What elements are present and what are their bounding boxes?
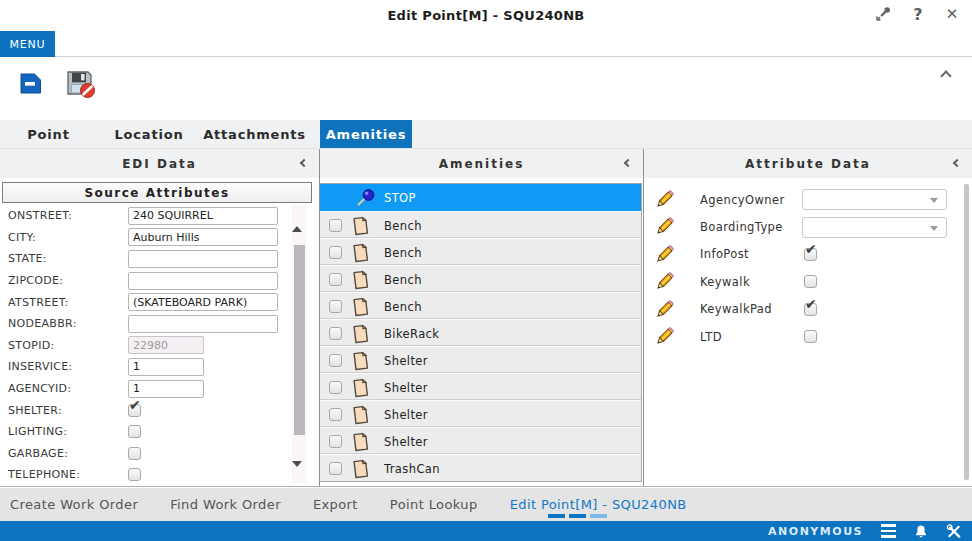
- amenity-checkbox[interactable]: [329, 219, 342, 232]
- field-checkbox-garbage[interactable]: [128, 447, 141, 460]
- indicator-dash: [569, 514, 586, 518]
- attribute-row-keywalk: Keywalk: [644, 268, 954, 295]
- scrollbar-thumb[interactable]: [294, 245, 305, 435]
- tab-attachments[interactable]: Attachments: [201, 120, 308, 148]
- list-item-bench[interactable]: Bench: [320, 238, 641, 265]
- amenity-checkbox[interactable]: [329, 381, 342, 394]
- toolbar: [0, 58, 972, 120]
- indicator-dash: [590, 514, 607, 518]
- bottom-nav-link[interactable]: Create Work Order: [10, 497, 138, 512]
- indicator-dash: [548, 514, 565, 518]
- pencil-icon[interactable]: [652, 243, 676, 271]
- panel-title: Amenities: [439, 157, 525, 171]
- field-checkbox-shelter[interactable]: ✔: [128, 404, 141, 417]
- field-input-atstreet[interactable]: [128, 293, 278, 311]
- form-row: INSERVICE:: [0, 356, 292, 378]
- field-input-inservice[interactable]: [128, 358, 204, 376]
- amenity-label: Shelter: [384, 435, 428, 449]
- list-item-shelter[interactable]: Shelter: [320, 346, 641, 373]
- scroll-down-icon[interactable]: [292, 467, 307, 481]
- amenity-label: Bench: [384, 300, 422, 314]
- pencil-icon[interactable]: [652, 215, 676, 243]
- tab-location[interactable]: Location: [97, 120, 201, 148]
- scrollbar-thumb[interactable]: [964, 184, 969, 480]
- attribute-checkbox-keywalk[interactable]: [804, 275, 817, 288]
- help-icon[interactable]: ?: [908, 4, 928, 24]
- attribute-label: BoardingType: [700, 220, 783, 234]
- form-row: ONSTREET:: [0, 205, 292, 227]
- chevron-left-icon[interactable]: [622, 158, 634, 170]
- field-input-nodeabbr[interactable]: [128, 315, 278, 333]
- pencil-icon[interactable]: [652, 325, 676, 353]
- field-input-zipcode[interactable]: [128, 272, 278, 290]
- attribute-row-boardingtype: BoardingType: [644, 213, 954, 240]
- pushpin-icon: [354, 188, 376, 212]
- pencil-icon[interactable]: [652, 270, 676, 298]
- list-item-shelter[interactable]: Shelter: [320, 427, 641, 454]
- amenity-checkbox[interactable]: [329, 273, 342, 286]
- save-icon[interactable]: [18, 72, 43, 99]
- list-item-bench[interactable]: Bench: [320, 265, 641, 292]
- field-input-city[interactable]: [128, 228, 278, 246]
- amenity-checkbox[interactable]: [329, 246, 342, 259]
- field-input-onstreet[interactable]: [128, 207, 278, 225]
- tab-amenities[interactable]: Amenities: [320, 120, 412, 148]
- dropdown-agencyowner[interactable]: [802, 189, 947, 210]
- list-item-trashcan[interactable]: TrashCan: [320, 454, 641, 481]
- pin-popout-icon[interactable]: [874, 4, 894, 24]
- menu-button[interactable]: MENU: [0, 31, 55, 57]
- scroll-up-icon[interactable]: [292, 207, 307, 221]
- field-input-agencyid[interactable]: [128, 380, 204, 398]
- pencil-icon[interactable]: [652, 298, 676, 326]
- amenity-checkbox[interactable]: [329, 408, 342, 421]
- attribute-checkbox-keywalkpad[interactable]: ✔: [804, 303, 817, 316]
- field-checkbox-lighting[interactable]: [128, 425, 141, 438]
- list-item-bench[interactable]: Bench: [320, 292, 641, 319]
- amenity-label: Bench: [384, 246, 422, 260]
- tab-point[interactable]: Point: [0, 120, 97, 148]
- field-input-stopid[interactable]: [128, 336, 204, 354]
- list-item-stop[interactable]: STOP: [320, 184, 641, 211]
- close-icon[interactable]: ✕: [942, 4, 962, 24]
- bottom-nav-link[interactable]: Export: [313, 497, 358, 512]
- field-label: NODEABBR:: [0, 317, 128, 330]
- bell-icon[interactable]: [914, 524, 928, 539]
- amenity-checkbox[interactable]: [329, 354, 342, 367]
- field-checkbox-telephone[interactable]: [128, 468, 141, 481]
- chevron-left-icon[interactable]: [951, 158, 963, 170]
- amenity-label: Bench: [384, 273, 422, 287]
- amenity-checkbox[interactable]: [329, 435, 342, 448]
- amenity-checkbox[interactable]: [329, 300, 342, 313]
- checkmark-icon: ✔: [805, 242, 817, 256]
- chevron-left-icon[interactable]: [298, 158, 310, 170]
- bottom-nav-label: Export: [313, 497, 358, 512]
- pencil-icon[interactable]: [652, 188, 676, 216]
- form-row: SHELTER:✔: [0, 399, 292, 421]
- tools-icon[interactable]: [946, 524, 962, 539]
- panel-headers: EDI Data Amenities Attribute Data: [0, 148, 972, 178]
- bottom-nav-link[interactable]: Point Lookup: [390, 497, 478, 512]
- attribute-checkbox-ltd[interactable]: [804, 330, 817, 343]
- list-item-shelter[interactable]: Shelter: [320, 373, 641, 400]
- attribute-label: InfoPost: [700, 247, 749, 261]
- field-input-state[interactable]: [128, 250, 278, 268]
- attribute-label: LTD: [700, 330, 722, 344]
- amenity-checkbox[interactable]: [329, 327, 342, 340]
- list-item-bikerack[interactable]: BikeRack: [320, 319, 641, 346]
- list-item-bench[interactable]: Bench: [320, 211, 641, 238]
- title-bar: Edit Point[M] - SQU240NB ? ✕: [0, 0, 972, 31]
- menu-lines-icon[interactable]: [881, 524, 896, 537]
- chevron-up-icon[interactable]: [938, 68, 954, 84]
- document-icon: [350, 458, 370, 484]
- bottom-nav-link[interactable]: Edit Point[M] - SQU240NB: [510, 497, 687, 512]
- save-disabled-icon[interactable]: [64, 69, 96, 103]
- vertical-scrollbar[interactable]: [292, 205, 307, 483]
- attribute-checkbox-infopost[interactable]: ✔: [804, 248, 817, 261]
- checkmark-icon: ✔: [129, 398, 141, 412]
- list-item-shelter[interactable]: Shelter: [320, 400, 641, 427]
- attribute-rows: AgencyOwnerBoardingTypeInfoPost✔KeywalkK…: [644, 186, 954, 350]
- bottom-nav-link[interactable]: Find Work Order: [170, 497, 281, 512]
- dropdown-boardingtype[interactable]: [802, 217, 947, 238]
- amenity-checkbox[interactable]: [329, 462, 342, 475]
- form-row: ZIPCODE:: [0, 270, 292, 292]
